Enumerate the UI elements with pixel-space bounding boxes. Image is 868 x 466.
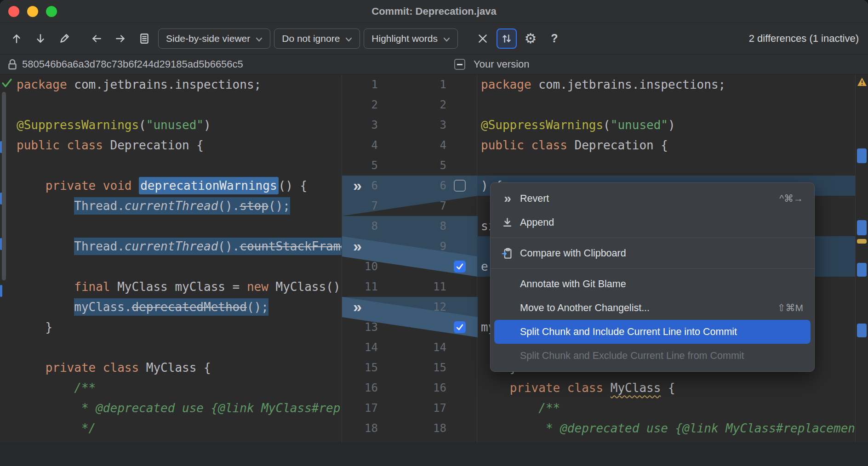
highlight-mode-value: Highlight words bbox=[371, 33, 438, 44]
menu-item-label: Split Chunk and Exclude Current Line fro… bbox=[520, 350, 744, 362]
menu-item-shortcut: ^⌘→ bbox=[779, 193, 803, 204]
diff-toolbar: Side-by-side viewer Do not ignore Highli… bbox=[0, 23, 868, 54]
apply-change-icon[interactable]: » bbox=[353, 297, 361, 317]
line-number: 12 bbox=[433, 297, 446, 317]
code-line: package com.jetbrains.inspections; bbox=[17, 74, 261, 95]
bottom-panel bbox=[0, 443, 868, 466]
chevron-down-icon bbox=[345, 33, 352, 44]
window-title: Commit: Deprecation.java bbox=[0, 6, 868, 17]
line-number: 10 bbox=[365, 256, 378, 277]
left-scrollbar[interactable] bbox=[0, 74, 6, 466]
viewer-mode-dropdown[interactable]: Side-by-side viewer bbox=[158, 28, 270, 49]
revision-header: 580546b6a6a3d78c73b6f244d29185ad5b6656c5… bbox=[0, 54, 868, 74]
code-line: public class Deprecation { bbox=[17, 135, 204, 155]
apply-change-icon[interactable]: » bbox=[353, 176, 361, 196]
menu-item[interactable]: Compare with Clipboard bbox=[494, 241, 811, 265]
next-difference-button[interactable] bbox=[30, 28, 51, 49]
collapse-unchanged-button[interactable] bbox=[473, 28, 493, 49]
menu-item[interactable]: Append bbox=[494, 210, 811, 234]
menu-item-label: Split Chunk and Include Current Line int… bbox=[520, 326, 737, 338]
line-number: 18 bbox=[433, 418, 446, 438]
line-number: 18 bbox=[365, 418, 378, 438]
gutter-right-numbers: 12345678911121415161718 bbox=[411, 74, 446, 466]
warning-marker bbox=[857, 239, 867, 244]
arrow-right-icon bbox=[114, 33, 126, 45]
viewer-mode-value: Side-by-side viewer bbox=[166, 33, 250, 44]
whitespace-policy-dropdown[interactable]: Do not ignore bbox=[274, 28, 360, 49]
line-number: 3 bbox=[371, 115, 378, 135]
settings-button[interactable]: ⚙ bbox=[520, 28, 541, 49]
applied-check-icon bbox=[1, 77, 13, 91]
title-bar: Commit: Deprecation.java bbox=[0, 0, 868, 23]
line-number: 5 bbox=[440, 155, 446, 176]
line-number: 4 bbox=[371, 135, 378, 155]
include-line-checkbox[interactable] bbox=[454, 180, 466, 192]
menu-separator bbox=[491, 238, 814, 238]
your-version-label: Your version bbox=[474, 54, 529, 74]
include-all-checkbox[interactable] bbox=[454, 59, 465, 70]
line-number: 7 bbox=[371, 196, 378, 216]
line-number: 8 bbox=[371, 216, 378, 236]
menu-item[interactable]: Split Chunk and Include Current Line int… bbox=[494, 320, 811, 344]
menu-item-label: Append bbox=[520, 217, 554, 228]
collapse-icon bbox=[477, 33, 489, 45]
code-line: */ bbox=[17, 418, 96, 438]
arrow-left-icon bbox=[91, 33, 103, 45]
close-window-button[interactable] bbox=[8, 6, 19, 17]
scrollbar-thumb[interactable] bbox=[2, 92, 6, 280]
gutter-left-numbers: 123456781011131415161718 bbox=[342, 74, 378, 466]
menu-item[interactable]: »Revert^⌘→ bbox=[494, 187, 811, 210]
menu-item-label: Compare with Clipboard bbox=[520, 248, 626, 259]
whitespace-policy-value: Do not ignore bbox=[282, 33, 340, 44]
chevron-down-icon bbox=[256, 33, 263, 44]
change-marker bbox=[857, 148, 867, 163]
diff-content: package com.jetbrains.inspections;@Suppr… bbox=[0, 74, 868, 466]
code-line: package com.jetbrains.inspections; bbox=[481, 74, 725, 95]
minimize-window-button[interactable] bbox=[27, 6, 38, 17]
line-number: 2 bbox=[440, 95, 446, 115]
traffic-lights bbox=[8, 6, 57, 17]
line-number: 5 bbox=[371, 155, 378, 176]
append-icon bbox=[494, 216, 520, 229]
forward-button[interactable] bbox=[110, 28, 131, 49]
line-number: 6 bbox=[440, 176, 446, 196]
line-number: 11 bbox=[433, 277, 446, 297]
code-line: public class Deprecation { bbox=[481, 135, 668, 155]
include-line-checkbox[interactable] bbox=[454, 321, 466, 333]
code-line: } bbox=[17, 317, 52, 337]
line-number: 4 bbox=[440, 135, 446, 155]
right-scrollbar[interactable] bbox=[855, 74, 868, 466]
sync-scroll-icon bbox=[501, 33, 513, 45]
back-button[interactable] bbox=[86, 28, 107, 49]
line-number: 9 bbox=[440, 236, 446, 256]
menu-item: Split Chunk and Exclude Current Line fro… bbox=[494, 344, 811, 368]
menu-item[interactable]: Move to Another Changelist...⇧⌘M bbox=[494, 296, 811, 320]
menu-separator bbox=[491, 268, 814, 269]
menu-item[interactable]: Annotate with Git Blame bbox=[494, 272, 811, 296]
help-button[interactable]: ? bbox=[544, 28, 565, 49]
line-number: 14 bbox=[365, 337, 378, 358]
line-number: 14 bbox=[433, 337, 446, 358]
code-line: @SuppressWarnings("unused") bbox=[17, 115, 211, 135]
change-marker bbox=[857, 263, 867, 277]
open-in-editor-button[interactable] bbox=[134, 28, 154, 49]
left-pane[interactable]: package com.jetbrains.inspections;@Suppr… bbox=[6, 74, 342, 466]
code-line: final MyClass myClass = new MyClass(); bbox=[17, 277, 342, 297]
code-line: Thread.currentThread().countStackFrames(… bbox=[17, 236, 342, 256]
edit-source-button[interactable] bbox=[54, 28, 74, 49]
include-line-checkbox[interactable] bbox=[454, 261, 466, 273]
code-line: private class MyClass { bbox=[481, 378, 675, 398]
lock-icon bbox=[7, 58, 17, 70]
revert-icon: » bbox=[494, 192, 520, 205]
line-number: 11 bbox=[365, 277, 378, 297]
differences-count-label: 2 differences (1 inactive) bbox=[749, 33, 859, 45]
sync-scrolling-button[interactable] bbox=[497, 28, 517, 49]
highlight-mode-dropdown[interactable]: Highlight words bbox=[364, 28, 458, 49]
line-number: 7 bbox=[440, 196, 446, 216]
previous-difference-button[interactable] bbox=[6, 28, 27, 49]
code-line: Thread.currentThread().stop(); bbox=[17, 196, 290, 216]
zoom-window-button[interactable] bbox=[46, 6, 57, 17]
apply-change-icon[interactable]: » bbox=[353, 236, 361, 256]
revision-hash: 580546b6a6a3d78c73b6f244d29185ad5b6656c5 bbox=[22, 58, 243, 70]
code-line: /** bbox=[481, 398, 560, 418]
